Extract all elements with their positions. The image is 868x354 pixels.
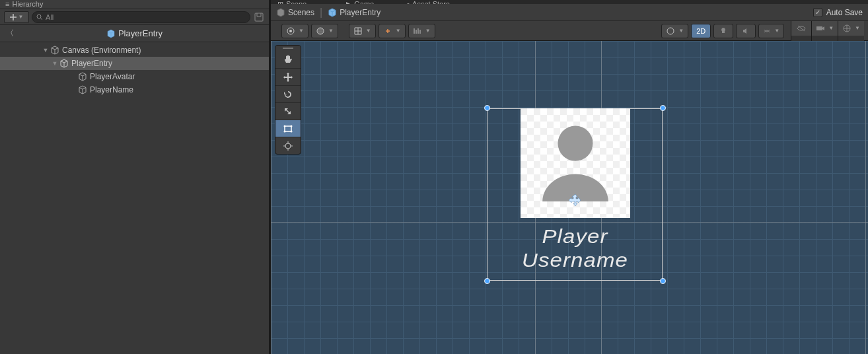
svg-point-10 (291, 125, 293, 127)
rotate-tool-button[interactable] (275, 85, 301, 102)
gameobject-icon (78, 72, 87, 81)
resize-handle-tl[interactable] (484, 105, 490, 111)
resize-handle-br[interactable] (660, 278, 666, 284)
snap-increment-button[interactable]: ▼ (379, 24, 406, 38)
svg-point-9 (284, 125, 286, 127)
hierarchy-search-input[interactable]: All (32, 11, 250, 23)
draw-mode-button[interactable]: ▼ (281, 24, 308, 38)
transform-tool-button[interactable] (275, 137, 301, 154)
breadcrumb-current[interactable]: PlayerEntry (328, 8, 380, 17)
expand-arrow-icon[interactable]: ▼ (41, 47, 50, 53)
gameobject-icon (50, 46, 59, 55)
gameobject-icon (59, 59, 69, 68)
hand-tool-button[interactable] (275, 51, 301, 68)
prefab-name: PlayerEntry (118, 28, 163, 38)
hierarchy-toolbar: ▼ All (0, 9, 269, 25)
svg-point-11 (284, 130, 286, 132)
back-button[interactable]: 〈 (0, 28, 20, 39)
drag-handle-icon[interactable] (275, 46, 301, 51)
pivot-gizmo-icon[interactable] (568, 193, 583, 207)
scene-icon (276, 8, 285, 17)
selected-object[interactable]: Player Username (488, 108, 663, 281)
breadcrumb-separator: | (320, 7, 322, 18)
checkbox-icon: ✓ (813, 8, 822, 17)
create-button[interactable]: ▼ (4, 11, 29, 23)
gameobject-icon (78, 85, 87, 94)
2d-toggle-button[interactable]: 2D (691, 24, 711, 38)
effects-button[interactable]: ▼ (758, 24, 784, 38)
audio-toggle-button[interactable] (736, 24, 756, 38)
svg-rect-8 (285, 126, 291, 131)
search-placeholder: All (46, 13, 54, 21)
svg-point-13 (285, 143, 291, 149)
scale-tool-button[interactable] (275, 102, 301, 120)
tool-column (275, 45, 301, 155)
hierarchy-tab[interactable]: ≡ Hierarchy (0, 0, 269, 9)
resize-handle-bl[interactable] (484, 278, 490, 284)
tree-row-playerentry[interactable]: ▼ PlayerEntry (0, 57, 269, 70)
shading-mode-button[interactable]: ▼ (311, 24, 338, 38)
hierarchy-panel: ≡ Hierarchy ▼ All 〈 PlayerEntry (0, 0, 271, 354)
gizmos-button[interactable]: ▼ (838, 21, 864, 36)
prefab-breadcrumb: 〈 PlayerEntry (0, 25, 269, 42)
snap-settings-button[interactable]: ▼ (408, 24, 435, 38)
svg-point-12 (291, 130, 293, 132)
svg-point-3 (289, 30, 292, 32)
svg-point-0 (37, 15, 41, 18)
tree-row-playeravatar[interactable]: PlayerAvatar (0, 70, 269, 83)
scene-toolbar: ▼ ▼ ▼ ▼ ▼ ▼ (271, 21, 868, 41)
tree-item-label: PlayerName (90, 85, 133, 94)
scene-panel: ⊞Scene ▶Game ▪Asset Store Scenes | Playe… (271, 0, 868, 354)
scene-camera-settings-button[interactable]: ▼ (812, 21, 838, 36)
prefab-icon (106, 29, 116, 38)
breadcrumb-root[interactable]: Scenes (276, 8, 314, 17)
lighting-toggle-button[interactable] (713, 24, 733, 38)
tree-row-canvas[interactable]: ▼ Canvas (Environment) (0, 44, 269, 57)
prefab-icon (328, 8, 337, 17)
panel-menu-icon[interactable] (253, 11, 265, 23)
grid-snap-button[interactable]: ▼ (349, 24, 376, 38)
scene-camera-button[interactable]: ▼ (661, 24, 688, 38)
svg-point-5 (667, 28, 674, 34)
expand-arrow-icon[interactable]: ▼ (50, 60, 59, 67)
tree-item-label: PlayerAvatar (90, 72, 135, 81)
scene-viewport[interactable]: Player Username (271, 41, 868, 354)
prefab-breadcrumb-bar: Scenes | PlayerEntry ✓ Auto Save (271, 4, 868, 21)
svg-point-14 (558, 126, 593, 161)
svg-rect-6 (816, 26, 822, 30)
hidden-objects-button[interactable] (791, 21, 811, 36)
tree-item-label: Canvas (Environment) (62, 46, 141, 55)
player-username-text: Player Username (479, 225, 672, 272)
autosave-toggle[interactable]: ✓ Auto Save (813, 8, 863, 17)
tree-row-playername[interactable]: PlayerName (0, 83, 269, 96)
hierarchy-tree: ▼ Canvas (Environment) ▼ PlayerEntry Pla… (0, 42, 269, 354)
tree-item-label: PlayerEntry (71, 59, 112, 68)
rect-tool-button[interactable] (275, 120, 301, 137)
resize-handle-tr[interactable] (660, 105, 666, 111)
move-tool-button[interactable] (275, 68, 301, 85)
svg-rect-1 (255, 13, 263, 21)
